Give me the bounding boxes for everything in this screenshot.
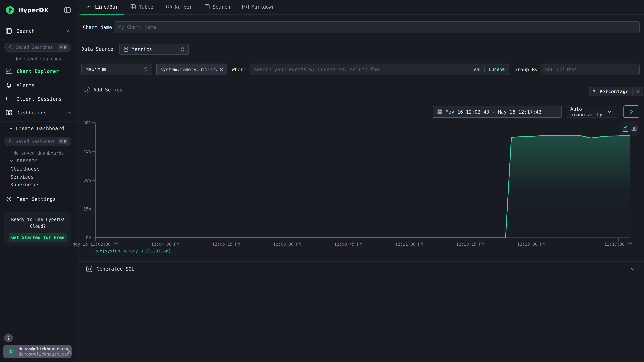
tab-search[interactable]: Search bbox=[198, 0, 236, 15]
aggregation-value: Maximum bbox=[86, 67, 106, 72]
brand-name: HyperDX bbox=[18, 6, 49, 14]
bell-icon bbox=[6, 82, 12, 88]
tab-number[interactable]: 123 Number bbox=[160, 0, 198, 15]
data-source-value: Metrics bbox=[132, 46, 152, 52]
chart-name-label: Chart Name bbox=[83, 24, 112, 30]
sidebar-divider bbox=[0, 121, 77, 122]
preset-item-services[interactable]: Services bbox=[10, 174, 34, 180]
chart-type-tabbar: Line/Bar Table 123 Number Search M↓ Ma bbox=[77, 0, 644, 15]
group-by-field[interactable] bbox=[540, 63, 640, 75]
svg-text:12:09:45 PM: 12:09:45 PM bbox=[334, 242, 362, 247]
saved-dashboards-input[interactable] bbox=[16, 139, 55, 144]
where-field[interactable]: SQL | Lucene bbox=[250, 63, 509, 75]
get-started-button[interactable]: Get Started for Free bbox=[9, 233, 67, 242]
search-icon bbox=[9, 45, 13, 49]
query-mode-switch: SQL | Lucene bbox=[472, 67, 505, 72]
generated-sql-label: Generated SQL bbox=[96, 266, 134, 272]
tab-markdown[interactable]: M↓ Markdown bbox=[236, 0, 281, 15]
saved-searches-input[interactable] bbox=[16, 45, 55, 50]
user-info: demos@clickhouse.com demos@clickhouse.co… bbox=[18, 346, 64, 357]
sidebar-item-alerts[interactable]: Alerts bbox=[0, 81, 77, 90]
saved-dashboards-search[interactable]: ⌘ K bbox=[4, 137, 71, 146]
svg-text:15%: 15% bbox=[83, 207, 91, 211]
group-by-input[interactable] bbox=[545, 67, 635, 72]
generated-sql-section[interactable]: Generated SQL bbox=[77, 261, 644, 276]
chevron-down-icon bbox=[10, 159, 14, 162]
table-icon bbox=[130, 4, 136, 10]
chevron-down-icon bbox=[607, 110, 612, 113]
svg-text:12:15:00 PM: 12:15:00 PM bbox=[517, 242, 545, 247]
search-icon bbox=[9, 139, 13, 144]
tab-label: Table bbox=[139, 4, 153, 10]
preset-item-clickhouse[interactable]: Clickhouse bbox=[10, 166, 40, 172]
laptop-icon bbox=[6, 96, 12, 102]
aggregation-select[interactable]: Maximum bbox=[81, 63, 152, 75]
time-range-picker[interactable]: May 16 12:02:43 - May 16 12:17:43 bbox=[433, 106, 562, 118]
close-icon[interactable] bbox=[220, 67, 224, 71]
user-menu[interactable]: D demos@clickhouse.com demos@clickhouse.… bbox=[3, 345, 72, 359]
sidebar-item-label: Team Settings bbox=[16, 196, 56, 202]
svg-text:12:08:00 PM: 12:08:00 PM bbox=[273, 242, 301, 247]
chevron-up-icon[interactable] bbox=[66, 111, 71, 114]
where-input[interactable] bbox=[254, 67, 469, 72]
user-team: demos@clickhouse.com's bbox=[18, 352, 64, 357]
no-saved-dashboards-text: No saved dashboards bbox=[0, 150, 77, 156]
create-dashboard-button[interactable]: + Create Dashboard bbox=[0, 124, 77, 133]
dashboard-grid-icon bbox=[6, 109, 12, 116]
tab-line-bar[interactable]: Line/Bar bbox=[80, 0, 124, 15]
svg-text:45%: 45% bbox=[83, 149, 91, 154]
svg-text:12:13:15 PM: 12:13:15 PM bbox=[456, 242, 484, 247]
where-label: Where bbox=[232, 67, 246, 72]
presets-toggle[interactable]: PRESETS bbox=[10, 158, 38, 163]
chevron-right-icon bbox=[67, 349, 70, 354]
svg-text:12:06:15 PM: 12:06:15 PM bbox=[212, 242, 240, 247]
tab-table[interactable]: Table bbox=[124, 0, 159, 15]
tab-label: Number bbox=[175, 4, 192, 10]
tab-label: Search bbox=[213, 4, 230, 10]
timeseries-chart[interactable]: 0%15%30%45%60%May 16 12:02:30 PM12:04:30… bbox=[77, 117, 644, 255]
data-source-select[interactable]: Metrics bbox=[119, 44, 189, 55]
chevron-down-icon[interactable] bbox=[630, 267, 635, 271]
metric-tag[interactable]: system.memory.utiliza bbox=[156, 63, 228, 75]
sidebar-item-dashboards[interactable]: Dashboards bbox=[0, 108, 77, 117]
sidebar-item-chart-explorer[interactable]: Chart Explorer bbox=[0, 67, 77, 76]
sidebar-item-label: Alerts bbox=[16, 83, 34, 88]
shortcut-badge: ⌘ K bbox=[58, 44, 68, 50]
close-icon[interactable] bbox=[632, 87, 643, 96]
lucene-mode-button[interactable]: Lucene bbox=[489, 67, 505, 72]
hyperdx-app: HyperDX Search ⌘ K No saved searches bbox=[0, 0, 644, 362]
calendar-icon bbox=[437, 109, 442, 115]
cloud-promo-title-line1: Ready to use HyperDX bbox=[4, 217, 71, 222]
percentage-label: Percentage bbox=[600, 89, 628, 94]
plus-circle-icon: + bbox=[84, 87, 90, 92]
run-query-button[interactable] bbox=[624, 105, 639, 118]
svg-text:30%: 30% bbox=[83, 178, 91, 183]
sql-mode-button[interactable]: SQL bbox=[472, 67, 480, 72]
document-list-icon bbox=[204, 4, 210, 10]
create-dashboard-label: + Create Dashboard bbox=[10, 126, 64, 131]
tab-label: Line/Bar bbox=[95, 4, 118, 10]
chart-name-input[interactable] bbox=[118, 24, 635, 30]
preset-item-kubernetes[interactable]: Kubernetes bbox=[10, 182, 40, 187]
sidebar: HyperDX Search ⌘ K No saved searches bbox=[0, 0, 77, 362]
add-series-label: Add Series bbox=[94, 87, 122, 92]
sidebar-item-client-sessions[interactable]: Client Sessions bbox=[0, 94, 77, 103]
percentage-toggle[interactable]: % Percentage bbox=[589, 87, 643, 96]
granularity-select[interactable]: Auto Granularity bbox=[566, 106, 616, 118]
help-button[interactable]: ? bbox=[4, 334, 13, 342]
chart-name-field[interactable] bbox=[114, 21, 640, 33]
legend-line-swatch bbox=[87, 251, 92, 251]
sidebar-item-search[interactable]: Search bbox=[0, 26, 77, 35]
database-icon bbox=[124, 47, 128, 52]
svg-text:0%: 0% bbox=[86, 235, 91, 240]
add-series-button[interactable]: + Add Series bbox=[84, 87, 122, 92]
cloud-promo-card: Ready to use HyperDX Cloud? Get Started … bbox=[4, 212, 71, 246]
sidebar-collapse-icon[interactable] bbox=[64, 7, 71, 13]
saved-searches-search[interactable]: ⌘ K bbox=[4, 43, 71, 52]
sidebar-item-team-settings[interactable]: Team Settings bbox=[0, 195, 77, 204]
chevron-up-icon[interactable] bbox=[66, 29, 71, 32]
line-chart-icon bbox=[86, 4, 92, 10]
user-email: demos@clickhouse.com bbox=[18, 346, 64, 352]
brand-logo[interactable]: HyperDX bbox=[6, 5, 49, 15]
svg-text:12:17:30 PM: 12:17:30 PM bbox=[604, 242, 632, 247]
